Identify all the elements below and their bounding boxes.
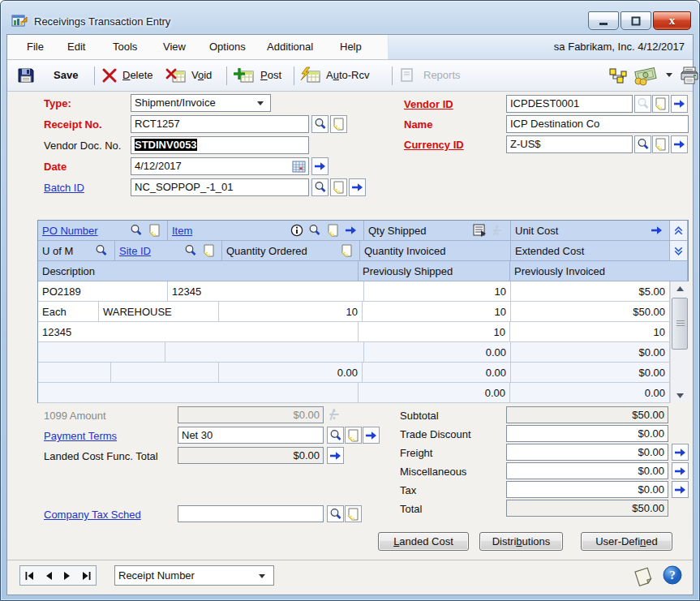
scroll-up-button[interactable] bbox=[671, 281, 689, 296]
help-icon[interactable]: ? bbox=[663, 565, 682, 587]
nav-prev-button[interactable] bbox=[39, 566, 58, 585]
batch-id-label[interactable]: Batch ID bbox=[44, 181, 84, 195]
unit-cost-expand-icon[interactable] bbox=[647, 222, 665, 238]
receipt-lookup-button[interactable] bbox=[311, 115, 329, 133]
nav-last-button[interactable] bbox=[77, 566, 96, 585]
scroll-down-button[interactable] bbox=[671, 389, 689, 403]
cell-prev-shipped[interactable]: 10 bbox=[359, 322, 510, 342]
name-field[interactable]: ICP Destination Co bbox=[506, 115, 689, 133]
currency-id-field[interactable]: Z-US$ bbox=[506, 135, 633, 153]
tax-sched-lookup-button[interactable] bbox=[327, 505, 344, 522]
cell-description[interactable]: 12345 bbox=[38, 322, 359, 342]
freight-field[interactable]: $0.00 bbox=[506, 444, 668, 461]
batch-id-field[interactable]: NC_SOPPOP_-1_01 bbox=[131, 178, 309, 196]
auto-rcv-icon[interactable] bbox=[300, 67, 321, 87]
browse-by-select[interactable]: Receipt Number bbox=[114, 565, 274, 586]
nav-first-button[interactable] bbox=[20, 566, 39, 585]
miscellaneous-field[interactable]: $0.00 bbox=[506, 462, 668, 479]
cell-qty-invoiced[interactable]: 10 bbox=[363, 302, 511, 322]
qty-ordered-note-icon[interactable] bbox=[337, 243, 355, 259]
cell-unit-cost[interactable]: $0.00 bbox=[511, 342, 670, 363]
receipt-note-button[interactable] bbox=[330, 115, 347, 133]
qty-type-icon[interactable] bbox=[470, 222, 488, 238]
cell-uofm[interactable] bbox=[38, 363, 111, 383]
grid-scroll-up-rows[interactable] bbox=[670, 221, 688, 241]
cell-qty-shipped[interactable]: 0.00 bbox=[364, 342, 511, 363]
vendor-id-field[interactable]: ICPDEST0001 bbox=[506, 95, 633, 113]
delete-button[interactable]: Delete bbox=[122, 60, 153, 91]
currency-dropdown-arrow[interactable] bbox=[666, 73, 672, 77]
vendor-doc-field[interactable]: STDINV0053 bbox=[131, 136, 309, 154]
cell-prev-shipped[interactable]: 0.00 bbox=[359, 383, 510, 403]
grid-scrollbar[interactable] bbox=[670, 281, 689, 403]
po-lookup-icon[interactable] bbox=[127, 222, 145, 238]
menu-edit[interactable]: Edit bbox=[67, 35, 85, 59]
cell-prev-invoiced[interactable]: 0.00 bbox=[510, 383, 670, 403]
payment-terms-note-button[interactable] bbox=[345, 427, 362, 444]
auto-rcv-button[interactable]: Auto-Rcv bbox=[326, 60, 369, 91]
calendar-icon[interactable] bbox=[292, 160, 306, 175]
cell-unit-cost[interactable]: $5.00 bbox=[511, 281, 670, 302]
item-note-icon[interactable] bbox=[324, 222, 341, 238]
cell-item[interactable] bbox=[165, 342, 364, 363]
cell-ext-cost[interactable]: $0.00 bbox=[511, 363, 670, 383]
batch-lookup-button[interactable] bbox=[311, 178, 329, 196]
item-header-link[interactable]: Item bbox=[172, 225, 288, 237]
delete-icon[interactable] bbox=[101, 67, 118, 86]
scroll-thumb[interactable] bbox=[672, 298, 688, 350]
company-tax-sched-field[interactable] bbox=[178, 505, 324, 522]
miscellaneous-expand-button[interactable] bbox=[672, 462, 689, 479]
save-button[interactable]: Save bbox=[54, 60, 78, 91]
item-lookup-icon[interactable] bbox=[306, 222, 324, 238]
trade-discount-field[interactable]: $0.00 bbox=[506, 425, 668, 442]
cell-po-number[interactable] bbox=[38, 342, 165, 363]
menu-tools[interactable]: Tools bbox=[113, 35, 137, 59]
browse-by-dropdown-arrow[interactable] bbox=[259, 574, 265, 578]
menu-file[interactable]: File bbox=[27, 35, 44, 59]
cell-site-id[interactable]: WAREHOUSE bbox=[99, 302, 219, 322]
menu-view[interactable]: View bbox=[163, 35, 186, 59]
company-tax-sched-label[interactable]: Company Tax Sched bbox=[44, 508, 141, 522]
cell-uofm[interactable]: Each bbox=[38, 302, 99, 322]
date-expand-button[interactable] bbox=[311, 157, 329, 175]
cell-qty-ordered[interactable]: 10 bbox=[219, 302, 363, 322]
grid-scroll-down-rows[interactable] bbox=[670, 241, 688, 261]
site-id-header-link[interactable]: Site ID bbox=[119, 245, 182, 257]
note-icon[interactable] bbox=[632, 565, 656, 590]
receipt-no-field[interactable]: RCT1257 bbox=[131, 115, 309, 133]
vendor-note-button[interactable] bbox=[652, 95, 669, 113]
cell-qty-ordered[interactable]: 0.00 bbox=[219, 363, 363, 383]
vendor-expand-button[interactable] bbox=[671, 95, 688, 113]
date-field[interactable]: 4/12/2017 bbox=[131, 157, 309, 175]
site-note-icon[interactable] bbox=[200, 243, 217, 259]
po-number-header-link[interactable]: PO Number bbox=[42, 225, 127, 237]
menu-help[interactable]: Help bbox=[340, 35, 362, 59]
menu-options[interactable]: Options bbox=[209, 35, 246, 59]
freight-expand-button[interactable] bbox=[672, 444, 689, 461]
void-button[interactable]: Void bbox=[191, 60, 212, 91]
post-button[interactable]: Post bbox=[260, 60, 281, 91]
cell-item[interactable]: 12345 bbox=[168, 281, 364, 302]
currency-id-label[interactable]: Currency ID bbox=[404, 138, 464, 152]
cell-site-id[interactable] bbox=[111, 363, 219, 383]
user-defined-button[interactable]: User-Defined bbox=[581, 532, 672, 551]
print-icon[interactable] bbox=[680, 66, 700, 88]
nav-next-button[interactable] bbox=[58, 566, 77, 585]
vendor-id-label[interactable]: Vendor ID bbox=[404, 97, 453, 111]
payment-terms-label[interactable]: Payment Terms bbox=[44, 429, 117, 443]
batch-note-button[interactable] bbox=[330, 178, 347, 196]
tax-sched-note-button[interactable] bbox=[345, 505, 362, 522]
cell-description[interactable] bbox=[38, 383, 359, 403]
currency-note-button[interactable] bbox=[652, 135, 669, 153]
save-icon[interactable] bbox=[17, 67, 35, 87]
tax-expand-button[interactable] bbox=[672, 481, 689, 498]
item-expand-icon[interactable] bbox=[341, 222, 359, 238]
po-note-icon[interactable] bbox=[145, 222, 163, 238]
currency-lookup-button[interactable] bbox=[634, 135, 651, 153]
type-dropdown-arrow[interactable] bbox=[257, 101, 264, 105]
menu-additional[interactable]: Additional bbox=[267, 35, 313, 59]
void-icon[interactable] bbox=[165, 67, 187, 87]
mapping-icon[interactable] bbox=[608, 67, 628, 87]
item-info-icon[interactable] bbox=[288, 222, 306, 238]
cell-qty-invoiced[interactable]: 0.00 bbox=[363, 363, 511, 383]
